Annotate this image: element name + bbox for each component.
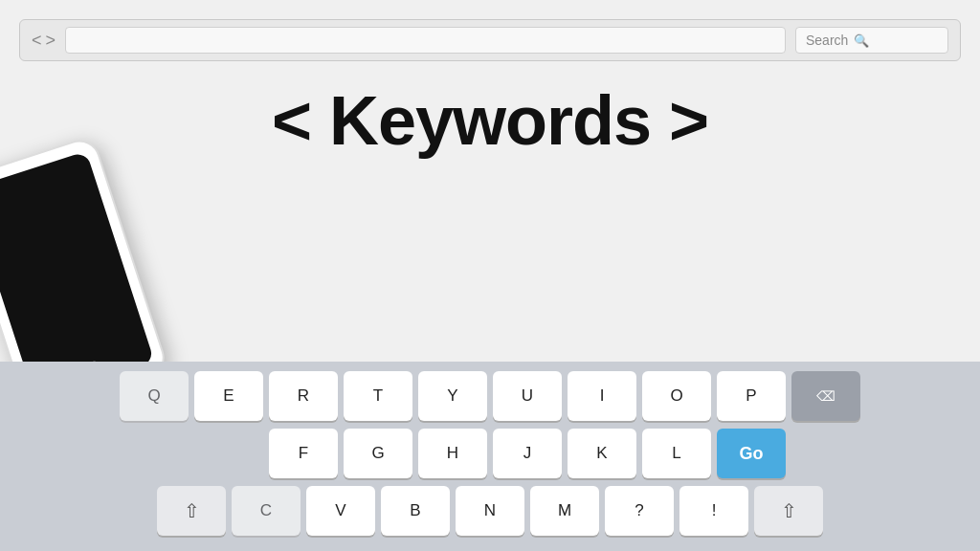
back-button[interactable]: <: [32, 32, 42, 49]
key-g[interactable]: G: [344, 429, 412, 478]
keyboard: Q E R T Y U I O P ⌫ F G H J K L Go ⇧ C V…: [0, 362, 980, 551]
key-q[interactable]: Q: [120, 371, 189, 421]
key-f[interactable]: F: [269, 429, 338, 478]
address-bar[interactable]: [65, 27, 786, 54]
key-t[interactable]: T: [344, 371, 412, 421]
browser-bar: < > Search 🔍: [19, 19, 961, 61]
keywords-title: < Keywords >: [0, 81, 980, 160]
key-i[interactable]: I: [568, 371, 636, 421]
key-go[interactable]: Go: [717, 429, 786, 478]
keywords-section: < Keywords >: [0, 81, 980, 160]
key-k[interactable]: K: [568, 429, 636, 478]
key-e[interactable]: E: [194, 371, 263, 421]
keyboard-row-2: F G H J K L Go: [8, 429, 972, 478]
key-l[interactable]: L: [642, 429, 711, 478]
keyboard-row-3: ⇧ C V B N M ? ! ⇧: [8, 486, 972, 536]
key-n[interactable]: N: [456, 486, 524, 536]
nav-buttons: < >: [32, 32, 56, 49]
key-b[interactable]: B: [381, 486, 450, 536]
search-icon: 🔍: [854, 33, 869, 48]
key-h[interactable]: H: [418, 429, 487, 478]
search-label: Search: [806, 33, 848, 48]
key-backspace[interactable]: ⌫: [791, 371, 860, 421]
key-shift-right[interactable]: ⇧: [754, 486, 823, 536]
key-o[interactable]: O: [642, 371, 711, 421]
key-r[interactable]: R: [269, 371, 338, 421]
key-exclamation[interactable]: !: [679, 486, 748, 536]
key-p[interactable]: P: [717, 371, 786, 421]
key-m[interactable]: M: [530, 486, 599, 536]
keyboard-row-1: Q E R T Y U I O P ⌫: [8, 371, 972, 421]
key-c[interactable]: C: [232, 486, 301, 536]
key-j[interactable]: J: [493, 429, 562, 478]
forward-button[interactable]: >: [46, 32, 56, 49]
key-question[interactable]: ?: [605, 486, 674, 536]
key-u[interactable]: U: [493, 371, 562, 421]
search-box[interactable]: Search 🔍: [795, 27, 948, 54]
key-shift[interactable]: ⇧: [157, 486, 226, 536]
key-v[interactable]: V: [306, 486, 375, 536]
key-y[interactable]: Y: [418, 371, 487, 421]
